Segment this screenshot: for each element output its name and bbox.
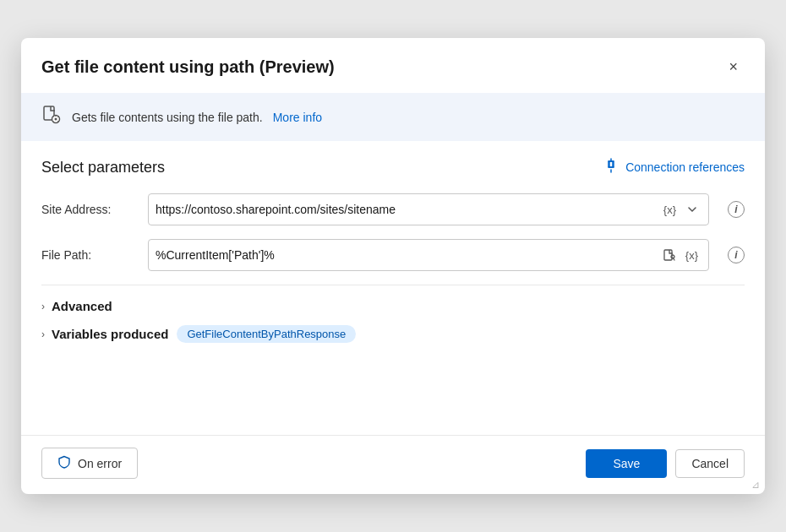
- site-address-input-wrapper[interactable]: {x}: [148, 193, 709, 225]
- variables-row: › Variables produced GetFileContentByPat…: [41, 325, 745, 343]
- file-icon: [41, 105, 62, 129]
- site-address-dropdown-btn[interactable]: [683, 202, 701, 217]
- more-info-link[interactable]: More info: [273, 111, 322, 124]
- advanced-chevron-icon: ›: [41, 301, 45, 312]
- shield-icon: [57, 455, 71, 471]
- info-banner: Gets file contents using the file path. …: [21, 93, 765, 141]
- site-address-controls: {x}: [660, 202, 701, 218]
- info-text: Gets file contents using the file path.: [72, 111, 263, 124]
- file-path-file-btn[interactable]: [659, 247, 679, 263]
- variables-chevron-icon: ›: [41, 328, 45, 340]
- dialog-footer: On error Save Cancel: [21, 435, 765, 494]
- plug-icon: [603, 158, 619, 176]
- dialog-body: Select parameters Connection references …: [21, 141, 765, 435]
- site-address-info-btn[interactable]: i: [728, 201, 745, 218]
- close-button[interactable]: ×: [722, 55, 745, 79]
- file-path-info-btn[interactable]: i: [728, 247, 745, 263]
- variables-section[interactable]: › Variables produced: [41, 327, 168, 341]
- dialog-header: Get file content using path (Preview) ×: [21, 38, 765, 93]
- file-path-controls: {x}: [659, 247, 701, 263]
- advanced-section[interactable]: › Advanced: [41, 299, 745, 313]
- variable-badge: GetFileContentByPathResponse: [177, 325, 356, 343]
- on-error-label: On error: [78, 457, 122, 470]
- site-address-input[interactable]: [156, 203, 660, 216]
- file-path-input[interactable]: [156, 248, 659, 262]
- footer-right: Save Cancel: [586, 449, 745, 478]
- main-dialog: Get file content using path (Preview) × …: [21, 38, 765, 494]
- connection-references-button[interactable]: Connection references: [603, 158, 745, 176]
- svg-point-5: [671, 255, 674, 258]
- site-address-variable-btn[interactable]: {x}: [660, 202, 680, 218]
- site-address-label: Site Address:: [41, 203, 134, 216]
- section-title: Select parameters: [41, 159, 165, 176]
- save-button[interactable]: Save: [586, 449, 667, 478]
- file-path-row: File Path: {x} i: [41, 239, 745, 271]
- divider-1: [41, 285, 745, 285]
- footer-left: On error: [41, 448, 138, 479]
- svg-point-2: [55, 118, 57, 121]
- file-path-input-wrapper[interactable]: {x}: [148, 239, 709, 271]
- variables-label: Variables produced: [52, 327, 168, 341]
- connection-ref-label: Connection references: [625, 160, 745, 174]
- advanced-label: Advanced: [52, 299, 112, 313]
- file-path-label: File Path:: [41, 248, 134, 262]
- cancel-button[interactable]: Cancel: [675, 449, 745, 478]
- on-error-button[interactable]: On error: [41, 448, 138, 479]
- dialog-title: Get file content using path (Preview): [41, 57, 335, 77]
- site-address-row: Site Address: {x} i: [41, 193, 745, 225]
- file-path-variable-btn[interactable]: {x}: [682, 247, 701, 263]
- resize-handle: ⊿: [751, 479, 760, 491]
- svg-rect-4: [664, 250, 672, 260]
- section-header: Select parameters Connection references: [41, 158, 745, 176]
